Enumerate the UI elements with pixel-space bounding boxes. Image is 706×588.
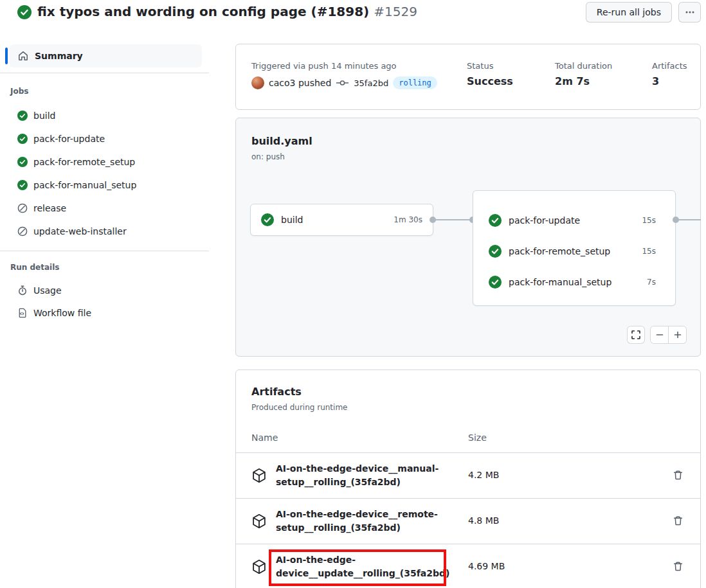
artifact-size: 4.8 MB bbox=[468, 515, 499, 526]
package-icon bbox=[251, 513, 267, 529]
graph-node-label: pack-for-manual_setup bbox=[509, 277, 640, 287]
sidebar-job-build[interactable]: build bbox=[17, 104, 55, 127]
package-icon bbox=[251, 468, 267, 483]
graph-node-label: build bbox=[281, 215, 386, 225]
page-title: fix typos and wording on config page (#1… bbox=[37, 4, 417, 19]
skipped-circle-slash-icon bbox=[17, 203, 28, 213]
job-label: update-web-installer bbox=[33, 226, 127, 236]
plus-icon bbox=[673, 330, 683, 340]
fullscreen-icon bbox=[631, 330, 641, 340]
column-header-size: Size bbox=[468, 432, 487, 443]
job-label: pack-for-remote_setup bbox=[33, 157, 135, 167]
sidebar-job-release[interactable]: release bbox=[17, 197, 66, 220]
graph-node-duration: 7s bbox=[647, 278, 656, 287]
branch-badge[interactable]: rolling bbox=[393, 76, 437, 89]
sidebar-divider bbox=[0, 251, 209, 251]
sidebar-summary-label: Summary bbox=[35, 51, 83, 61]
graph-node-duration: 15s bbox=[642, 216, 656, 225]
status-value: Success bbox=[467, 75, 513, 87]
success-check-circle-icon bbox=[17, 180, 28, 190]
run-details-section-header: Run details bbox=[10, 263, 59, 272]
artifact-row: AI-on-the-edge-device__update__rolling_(… bbox=[236, 544, 700, 588]
artifact-size: 4.2 MB bbox=[468, 470, 499, 480]
graph-node-label: pack-for-update bbox=[509, 215, 635, 226]
minus-icon bbox=[655, 330, 665, 340]
success-check-circle-icon bbox=[17, 157, 28, 167]
delete-artifact-icon[interactable] bbox=[673, 561, 683, 572]
success-check-circle-icon bbox=[261, 213, 274, 226]
rerun-all-jobs-button[interactable]: Re-run all jobs bbox=[586, 2, 672, 22]
stopwatch-icon bbox=[17, 285, 28, 296]
graph-node-duration: 1m 30s bbox=[394, 215, 422, 224]
sidebar-item-usage[interactable]: Usage bbox=[17, 279, 62, 302]
workflow-run-page: fix typos and wording on config page (#1… bbox=[0, 0, 706, 588]
graph-node-pack-for-remote-setup[interactable]: pack-for-remote_setup 15s bbox=[473, 236, 675, 267]
success-check-circle-icon bbox=[17, 111, 28, 121]
graph-node-label: pack-for-remote_setup bbox=[509, 246, 635, 256]
jobs-section-header: Jobs bbox=[10, 87, 28, 96]
job-label: release bbox=[33, 203, 66, 213]
commit-line: caco3 pushed 35fa2bd rolling bbox=[251, 76, 437, 89]
active-indicator bbox=[5, 48, 8, 64]
status-label: Status bbox=[467, 61, 493, 71]
run-summary-card: Triggered via push 14 minutes ago caco3 … bbox=[235, 44, 701, 110]
workflow-file-name: build.yaml bbox=[251, 135, 312, 147]
graph-connector-edge bbox=[434, 219, 474, 220]
home-icon bbox=[18, 51, 28, 61]
sidebar-divider bbox=[0, 73, 209, 73]
success-check-circle-icon bbox=[17, 134, 28, 144]
graph-node-build[interactable]: build 1m 30s bbox=[250, 204, 433, 236]
sidebar-job-pack-for-remote-setup[interactable]: pack-for-remote_setup bbox=[17, 150, 135, 174]
code-file-icon bbox=[17, 308, 28, 318]
artifacts-subtitle: Produced during runtime bbox=[251, 403, 347, 412]
git-commit-icon bbox=[336, 78, 349, 88]
run-number: #1529 bbox=[374, 4, 417, 19]
graph-connector-edge bbox=[677, 219, 701, 220]
commit-sha-link[interactable]: 35fa2bd bbox=[354, 78, 388, 88]
graph-fullscreen-button[interactable] bbox=[627, 326, 645, 344]
job-label: pack-for-manual_setup bbox=[33, 180, 136, 190]
artifact-row: AI-on-the-edge-device__manual-setup__rol… bbox=[236, 452, 700, 498]
sidebar-item-summary[interactable]: Summary bbox=[10, 44, 202, 67]
graph-node-pack-for-update[interactable]: pack-for-update 15s bbox=[473, 205, 675, 236]
column-header-name: Name bbox=[251, 432, 278, 443]
graph-zoom-control bbox=[650, 326, 687, 344]
artifacts-count: 3 bbox=[652, 75, 659, 87]
zoom-out-button[interactable] bbox=[651, 326, 668, 343]
artifacts-card: Artifacts Produced during runtime Name S… bbox=[235, 370, 701, 588]
artifact-name[interactable]: AI-on-the-edge-device__remote-setup__rol… bbox=[276, 508, 459, 535]
sidebar-job-pack-for-manual-setup[interactable]: pack-for-manual_setup bbox=[17, 174, 136, 197]
success-check-circle-icon bbox=[17, 5, 32, 19]
zoom-in-button[interactable] bbox=[668, 326, 686, 343]
graph-node-pack-for-manual-setup[interactable]: pack-for-manual_setup 7s bbox=[473, 267, 675, 298]
workflow-trigger: on: push bbox=[251, 152, 285, 161]
job-label: build bbox=[33, 111, 55, 121]
success-check-circle-icon bbox=[489, 245, 502, 258]
trigger-info: Triggered via push 14 minutes ago bbox=[251, 61, 397, 71]
artifacts-label: Artifacts bbox=[652, 61, 687, 71]
delete-artifact-icon[interactable] bbox=[673, 515, 683, 526]
actor-pushed-text: caco3 pushed bbox=[269, 78, 331, 88]
sidebar-job-pack-for-update[interactable]: pack-for-update bbox=[17, 127, 105, 150]
skipped-circle-slash-icon bbox=[17, 226, 28, 236]
duration-value: 2m 7s bbox=[555, 75, 590, 87]
artifacts-title: Artifacts bbox=[251, 386, 302, 398]
run-detail-label: Workflow file bbox=[33, 308, 91, 318]
run-title: fix typos and wording on config page (#1… bbox=[37, 4, 369, 19]
package-icon bbox=[251, 559, 267, 575]
graph-node-duration: 15s bbox=[642, 247, 656, 256]
artifact-name[interactable]: AI-on-the-edge-device__update__rolling_(… bbox=[276, 553, 459, 580]
duration-label: Total duration bbox=[555, 61, 612, 71]
artifact-row: AI-on-the-edge-device__remote-setup__rol… bbox=[236, 498, 700, 544]
delete-artifact-icon[interactable] bbox=[673, 470, 683, 481]
graph-node-group: pack-for-update 15s pack-for-remote_setu… bbox=[473, 190, 676, 306]
kebab-menu-icon bbox=[685, 7, 695, 17]
sidebar-job-update-web-installer[interactable]: update-web-installer bbox=[17, 220, 127, 243]
workflow-graph-card: build.yaml on: push build 1m 30s pack-fo… bbox=[235, 118, 701, 357]
success-check-circle-icon bbox=[489, 214, 502, 227]
artifact-name[interactable]: AI-on-the-edge-device__manual-setup__rol… bbox=[276, 462, 459, 489]
sidebar-item-workflow-file[interactable]: Workflow file bbox=[17, 301, 91, 325]
avatar[interactable] bbox=[251, 76, 264, 89]
artifact-size: 4.69 MB bbox=[468, 561, 505, 571]
more-options-button[interactable] bbox=[678, 2, 701, 22]
